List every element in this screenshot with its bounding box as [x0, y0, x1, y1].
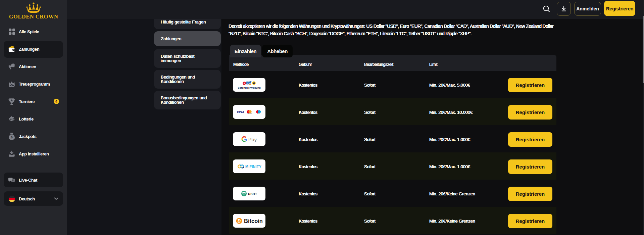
- svg-text:MiFINITY: MiFINITY: [245, 164, 261, 169]
- svg-text:USDT: USDT: [248, 192, 257, 196]
- svg-text:$: $: [11, 135, 13, 139]
- svg-text:VISA: VISA: [237, 110, 244, 114]
- svg-text:S: S: [243, 82, 245, 85]
- svg-text:Pay: Pay: [248, 137, 257, 142]
- svg-text:g: g: [247, 82, 248, 84]
- svg-text:Bitcoin: Bitcoin: [244, 218, 263, 224]
